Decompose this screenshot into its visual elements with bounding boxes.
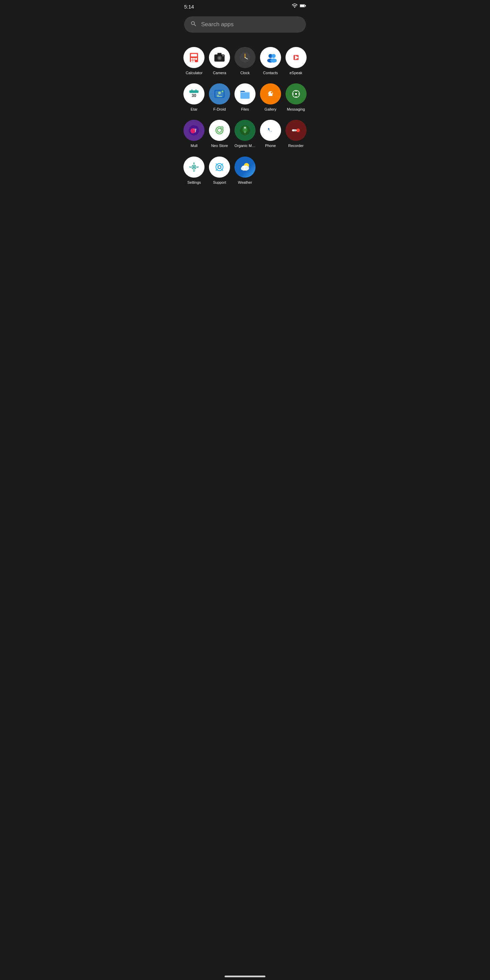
svg-point-24 [270, 59, 277, 63]
app-item-settings[interactable]: Settings [181, 153, 207, 189]
svg-rect-71 [294, 129, 295, 131]
svg-point-69 [296, 129, 300, 132]
svg-point-95 [245, 166, 249, 170]
app-item-recorder[interactable]: Recorder [283, 116, 309, 152]
mull-label: Mull [191, 143, 197, 148]
etar-icon: 30 [183, 83, 205, 105]
messaging-icon [285, 83, 307, 105]
battery-icon [300, 3, 306, 10]
app-item-organicmaps[interactable]: Organic M… [232, 116, 258, 152]
app-item-gallery[interactable]: Gallery [258, 79, 283, 116]
files-icon [234, 83, 256, 105]
support-icon [209, 156, 230, 178]
search-icon [190, 21, 197, 29]
phone-label: Phone [265, 143, 276, 148]
svg-rect-37 [217, 96, 222, 97]
etar-label: Etar [191, 107, 197, 111]
svg-point-61 [221, 127, 223, 128]
svg-point-49 [295, 91, 296, 92]
svg-rect-1 [305, 5, 306, 6]
app-item-files[interactable]: Files [232, 79, 258, 116]
clock-label: Clock [240, 71, 250, 75]
app-item-messaging[interactable]: Messaging [283, 79, 309, 116]
svg-point-52 [298, 94, 299, 95]
svg-point-56 [195, 129, 197, 130]
neostore-label: Neo Store [211, 143, 228, 148]
svg-point-94 [241, 167, 244, 170]
mull-icon [183, 120, 205, 141]
files-label: Files [241, 107, 249, 111]
camera-label: Camera [213, 71, 226, 75]
app-item-phone[interactable]: Phone [258, 116, 283, 152]
svg-point-74 [193, 166, 195, 168]
svg-rect-70 [292, 129, 297, 131]
svg-rect-8 [191, 60, 192, 62]
svg-point-14 [219, 57, 221, 59]
organicmaps-label: Organic M… [234, 143, 256, 148]
svg-rect-10 [195, 60, 197, 62]
svg-rect-31 [192, 89, 192, 92]
gallery-label: Gallery [264, 107, 276, 111]
svg-rect-5 [191, 58, 192, 60]
status-bar: 5:14 [179, 0, 311, 11]
search-bar[interactable]: Search apps [184, 16, 306, 33]
app-item-fdroid[interactable]: F F-Droid [207, 79, 232, 116]
svg-point-51 [293, 94, 294, 95]
search-placeholder: Search apps [201, 21, 234, 28]
support-label: Support [213, 180, 226, 185]
app-item-weather[interactable]: Weather [232, 153, 258, 189]
recorder-label: Recorder [288, 143, 304, 148]
weather-label: Weather [238, 180, 252, 185]
apps-grid: Calculator Camera Clock Contacts eSpeak … [179, 40, 311, 192]
search-bar-container: Search apps [179, 11, 311, 40]
svg-point-50 [295, 96, 296, 97]
neostore-icon [209, 120, 230, 141]
app-item-neostore[interactable]: Neo Store [207, 116, 232, 152]
svg-rect-9 [193, 60, 195, 62]
svg-rect-29 [189, 91, 199, 93]
status-time: 5:14 [184, 4, 194, 10]
settings-icon [183, 156, 205, 178]
svg-point-44 [271, 92, 272, 94]
app-item-clock[interactable]: Clock [232, 43, 258, 79]
app-item-contacts[interactable]: Contacts [258, 43, 283, 79]
contacts-label: Contacts [263, 71, 278, 75]
svg-rect-6 [193, 58, 195, 60]
espeak-label: eSpeak [290, 71, 302, 75]
svg-rect-32 [196, 89, 197, 92]
svg-point-22 [272, 54, 275, 58]
status-icons [292, 3, 306, 10]
svg-point-48 [295, 93, 297, 95]
app-item-calculator[interactable]: Calculator [181, 43, 207, 79]
messaging-label: Messaging [287, 107, 305, 111]
svg-rect-2 [300, 5, 305, 7]
svg-point-65 [244, 127, 246, 129]
app-item-etar[interactable]: 30 Etar [181, 79, 207, 116]
svg-rect-36 [217, 95, 219, 95]
calculator-label: Calculator [186, 71, 203, 75]
phone-icon [260, 120, 281, 141]
app-item-camera[interactable]: Camera [207, 43, 232, 79]
settings-label: Settings [188, 180, 201, 185]
svg-point-16 [223, 55, 224, 56]
fdroid-icon: F [209, 83, 230, 105]
gallery-icon [260, 83, 281, 105]
clock-icon [234, 47, 256, 68]
fdroid-label: F-Droid [213, 107, 226, 111]
app-item-mull[interactable]: Mull [181, 116, 207, 152]
camera-icon [209, 47, 230, 68]
app-item-support[interactable]: Support [207, 153, 232, 189]
svg-text:30: 30 [192, 93, 197, 98]
svg-point-67 [266, 125, 275, 135]
calculator-icon [183, 47, 205, 68]
espeak-icon [285, 47, 307, 68]
svg-rect-15 [218, 53, 221, 55]
svg-rect-81 [193, 170, 195, 171]
app-item-espeak[interactable]: eSpeak [283, 43, 309, 79]
svg-point-66 [244, 133, 247, 134]
recorder-icon [285, 120, 307, 141]
svg-rect-4 [191, 54, 197, 57]
contacts-icon [260, 47, 281, 68]
svg-point-35 [218, 92, 221, 94]
organicmaps-icon [234, 120, 256, 141]
